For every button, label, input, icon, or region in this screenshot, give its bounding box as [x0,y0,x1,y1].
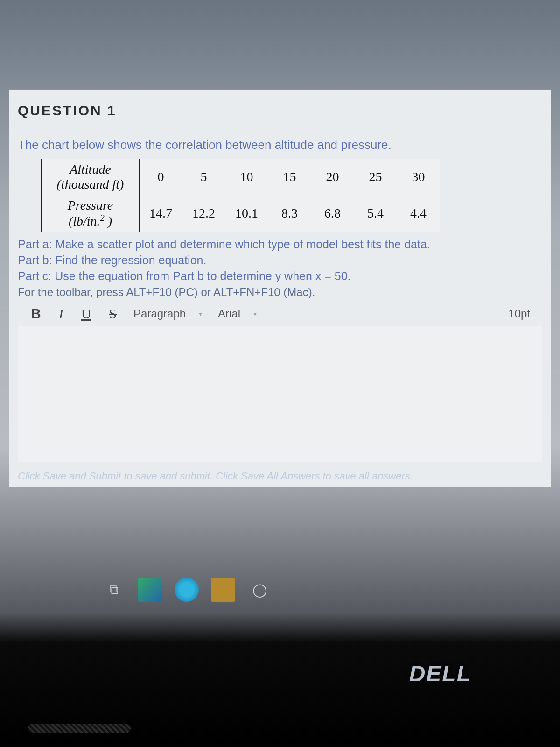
data-table: Altitude (thousand ft) 0 5 10 15 20 25 3… [41,159,440,232]
cell-altitude-6: 30 [397,159,440,195]
editor-toolbar: B I U S Paragraph ▾ Arial ▾ 10pt [18,299,542,326]
windows-taskbar: ⧉ ◯ [93,575,280,605]
pressure-label-sup: 2 [100,213,105,223]
content-panel: QUESTION 1 The chart below shows the cor… [9,89,551,487]
cell-altitude-1: 5 [182,159,225,195]
pressure-label-line1: Pressure [68,198,113,212]
part-c-text: Part c: Use the equation from Part b to … [18,268,542,284]
cell-pressure-6: 4.4 [397,195,440,232]
row-label-pressure: Pressure (lb/in.2 ) [42,195,140,232]
toolbar-hint: For the toolbar, press ALT+F10 (PC) or A… [18,286,542,299]
question-prompt: The chart below shows the correlation be… [18,138,542,152]
cell-altitude-5: 25 [354,159,397,195]
block-format-select[interactable]: Paragraph ▾ [131,305,205,322]
file-explorer-icon[interactable] [211,578,235,602]
cell-pressure-1: 12.2 [182,195,225,232]
microsoft-store-icon[interactable] [138,578,162,602]
question-parts: Part a: Make a scatter plot and determin… [18,237,542,284]
part-a-text: Part a: Make a scatter plot and determin… [18,237,542,253]
cell-altitude-0: 0 [140,159,182,195]
task-view-icon[interactable]: ⧉ [102,578,126,602]
table-row: Altitude (thousand ft) 0 5 10 15 20 25 3… [42,159,440,195]
row-label-altitude: Altitude (thousand ft) [42,159,140,195]
cell-pressure-2: 10.1 [225,195,268,232]
italic-button[interactable]: I [55,306,67,322]
answer-editor[interactable] [18,326,542,462]
pressure-label-line2: (lb/in. [69,214,100,228]
strikethrough-button[interactable]: S [105,306,120,322]
cell-altitude-4: 20 [311,159,354,195]
question-heading: QUESTION 1 [9,90,551,127]
cell-altitude-2: 10 [225,159,268,195]
font-size-label: 10pt [508,307,530,320]
pressure-label-close: ) [105,214,112,228]
altitude-label-line1: Altitude [70,162,111,176]
cortana-icon[interactable]: ◯ [247,578,272,602]
dell-logo: DELL [409,661,471,686]
cell-altitude-3: 15 [268,159,311,195]
table-row: Pressure (lb/in.2 ) 14.7 12.2 10.1 8.3 6… [42,195,440,232]
font-family-label: Arial [218,307,240,320]
underline-button[interactable]: U [77,306,95,322]
altitude-label-line2: (thousand ft) [57,177,124,191]
cell-pressure-0: 14.7 [140,195,182,232]
save-submit-hint: Click Save and Submit to save and submit… [9,470,551,487]
edge-icon[interactable] [175,578,199,602]
bold-button[interactable]: B [27,306,45,322]
font-size-select[interactable]: 10pt [505,305,533,322]
laptop-vent [28,724,131,733]
block-format-label: Paragraph [133,307,186,320]
cell-pressure-4: 6.8 [311,195,354,232]
chevron-down-icon: ▾ [199,310,202,317]
cell-pressure-5: 5.4 [354,195,397,232]
question-body: The chart below shows the correlation be… [9,127,551,470]
chevron-down-icon: ▾ [253,310,257,317]
cell-pressure-3: 8.3 [268,195,311,232]
font-family-select[interactable]: Arial ▾ [215,305,259,322]
part-b-text: Part b: Find the regression equation. [18,253,542,268]
